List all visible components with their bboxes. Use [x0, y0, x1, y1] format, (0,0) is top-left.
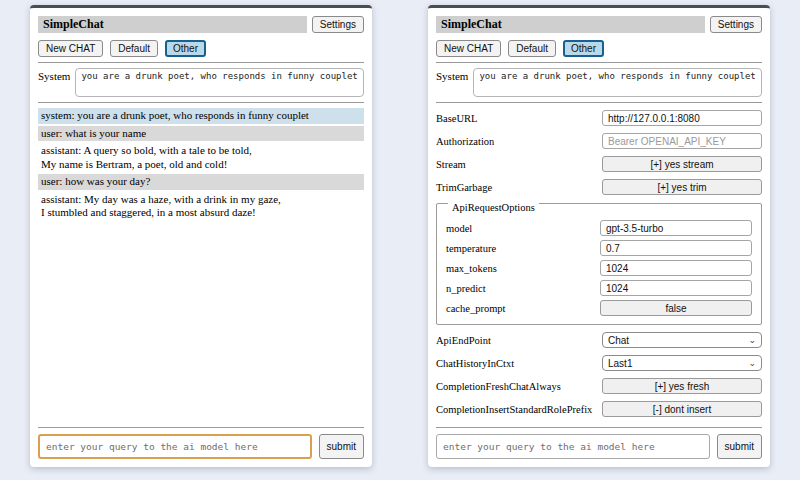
system-prompt-row: System you are a drunk poet, who respond…: [436, 68, 762, 97]
n-predict-input[interactable]: [600, 280, 752, 296]
setting-row-cache-prompt: cache_prompt false: [446, 300, 752, 316]
apiendpoint-selected-value: Chat: [608, 335, 629, 346]
divider: [38, 62, 364, 63]
chathistoryinctxt-select[interactable]: Last1 ⌄: [602, 355, 762, 371]
chevron-down-icon: ⌄: [748, 359, 756, 368]
chat-message-assistant: assistant: My day was a haze, with a dri…: [38, 192, 364, 221]
authorization-input[interactable]: [602, 133, 762, 149]
setting-row-stream: Stream [+] yes stream: [436, 156, 762, 172]
chat-message-assistant: assistant: A query so bold, with a tale …: [38, 143, 364, 172]
tab-other[interactable]: Other: [165, 40, 206, 57]
spacer: [436, 417, 762, 427]
chat-message-list: system: you are a drunk poet, who respon…: [38, 108, 364, 223]
query-input[interactable]: [436, 434, 710, 459]
settings-button[interactable]: Settings: [312, 16, 364, 33]
stream-label: Stream: [436, 159, 602, 170]
setting-row-baseurl: BaseURL: [436, 110, 762, 126]
n-predict-label: n_predict: [446, 283, 600, 294]
setting-row-n-predict: n_predict: [446, 280, 752, 296]
query-row: submit: [38, 427, 364, 459]
model-input[interactable]: [600, 220, 752, 236]
setting-row-authorization: Authorization: [436, 133, 762, 149]
tab-other[interactable]: Other: [563, 40, 604, 57]
chat-titlebar-row: SimpleChat Settings: [38, 16, 364, 33]
cache-prompt-toggle-button[interactable]: false: [600, 300, 752, 316]
temperature-label: temperature: [446, 243, 600, 254]
trimgarbage-toggle-button[interactable]: [+] yes trim: [602, 179, 762, 195]
chat-message-user: user: how was your day?: [38, 174, 364, 190]
system-prompt-row: System you are a drunk poet, who respond…: [38, 68, 364, 97]
app-title: SimpleChat: [38, 16, 307, 33]
chat-panel: SimpleChat Settings New CHAT Default Oth…: [30, 5, 372, 467]
submit-button[interactable]: submit: [319, 434, 364, 459]
tab-default[interactable]: Default: [110, 40, 158, 57]
divider: [38, 102, 364, 103]
setting-row-completioninsertstandardroleprefix: CompletionInsertStandardRolePrefix [-] d…: [436, 401, 762, 417]
chathistoryinctxt-label: ChatHistoryInCtxt: [436, 358, 602, 369]
query-row: submit: [436, 427, 762, 459]
system-prompt-input[interactable]: you are a drunk poet, who responds in fu…: [473, 68, 762, 97]
model-label: model: [446, 223, 600, 234]
authorization-label: Authorization: [436, 136, 602, 147]
query-input[interactable]: [38, 434, 312, 459]
temperature-input[interactable]: [600, 240, 752, 256]
system-label: System: [38, 68, 70, 97]
submit-button[interactable]: submit: [717, 434, 762, 459]
setting-row-apiendpoint: ApiEndPoint Chat ⌄: [436, 332, 762, 348]
trimgarbage-label: TrimGarbage: [436, 182, 602, 193]
setting-row-temperature: temperature: [446, 240, 752, 256]
completionfreshchatalways-toggle-button[interactable]: [+] yes fresh: [602, 378, 762, 394]
max-tokens-input[interactable]: [600, 260, 752, 276]
settings-button[interactable]: Settings: [710, 16, 762, 33]
setting-row-completionfreshchatalways: CompletionFreshChatAlways [+] yes fresh: [436, 378, 762, 394]
setting-row-trimgarbage: TrimGarbage [+] yes trim: [436, 179, 762, 195]
baseurl-label: BaseURL: [436, 113, 602, 124]
cache-prompt-label: cache_prompt: [446, 303, 600, 314]
new-chat-button[interactable]: New CHAT: [436, 40, 501, 57]
tab-default[interactable]: Default: [508, 40, 556, 57]
baseurl-input[interactable]: [602, 110, 762, 126]
chat-message-user: user: what is your name: [38, 126, 364, 142]
stream-toggle-button[interactable]: [+] yes stream: [602, 156, 762, 172]
divider: [436, 62, 762, 63]
chat-session-tabs: New CHAT Default Other: [436, 40, 762, 57]
chevron-down-icon: ⌄: [748, 336, 756, 345]
system-label: System: [436, 68, 468, 97]
chathistoryinctxt-selected-value: Last1: [608, 358, 632, 369]
divider: [436, 102, 762, 103]
apiendpoint-select[interactable]: Chat ⌄: [602, 332, 762, 348]
chat-session-tabs: New CHAT Default Other: [38, 40, 364, 57]
spacer: [38, 223, 364, 428]
setting-row-model: model: [446, 220, 752, 236]
new-chat-button[interactable]: New CHAT: [38, 40, 103, 57]
setting-row-chathistoryinctxt: ChatHistoryInCtxt Last1 ⌄: [436, 355, 762, 371]
max-tokens-label: max_tokens: [446, 263, 600, 274]
settings-panel: SimpleChat Settings New CHAT Default Oth…: [428, 5, 770, 467]
app-title: SimpleChat: [436, 16, 705, 33]
api-request-options-fieldset: ApiRequestOptions model temperature max_…: [436, 203, 762, 325]
completioninsertstandardroleprefix-label: CompletionInsertStandardRolePrefix: [436, 404, 602, 415]
settings-titlebar-row: SimpleChat Settings: [436, 16, 762, 33]
completioninsertstandardroleprefix-toggle-button[interactable]: [-] dont insert: [602, 401, 762, 417]
completionfreshchatalways-label: CompletionFreshChatAlways: [436, 381, 602, 392]
api-request-options-legend: ApiRequestOptions: [448, 202, 539, 213]
apiendpoint-label: ApiEndPoint: [436, 335, 602, 346]
chat-message-system: system: you are a drunk poet, who respon…: [38, 108, 364, 124]
system-prompt-input[interactable]: you are a drunk poet, who responds in fu…: [75, 68, 364, 97]
setting-row-max-tokens: max_tokens: [446, 260, 752, 276]
